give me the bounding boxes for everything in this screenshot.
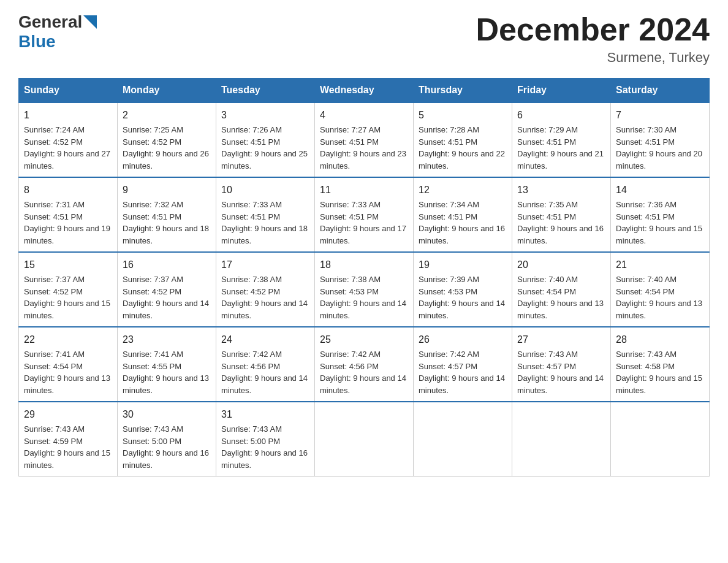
day-number: 6 (517, 108, 605, 123)
calendar-cell: 16 Sunrise: 7:37 AMSunset: 4:52 PMDaylig… (118, 252, 216, 327)
calendar-cell: 23 Sunrise: 7:41 AMSunset: 4:55 PMDaylig… (118, 327, 216, 402)
day-info: Sunrise: 7:33 AMSunset: 4:51 PMDaylight:… (221, 200, 308, 245)
day-number: 29 (24, 407, 112, 422)
day-number: 9 (123, 183, 211, 197)
calendar-cell (512, 402, 611, 477)
day-number: 23 (123, 332, 211, 347)
day-info: Sunrise: 7:29 AMSunset: 4:51 PMDaylight:… (517, 125, 604, 170)
day-info: Sunrise: 7:40 AMSunset: 4:54 PMDaylight:… (616, 275, 702, 320)
day-info: Sunrise: 7:39 AMSunset: 4:53 PMDaylight:… (419, 275, 505, 320)
day-number: 21 (616, 258, 704, 272)
calendar-cell: 22 Sunrise: 7:41 AMSunset: 4:54 PMDaylig… (19, 327, 118, 402)
month-title: December 2024 (476, 12, 710, 47)
day-number: 19 (419, 258, 507, 272)
day-number: 20 (517, 258, 605, 272)
day-number: 7 (616, 108, 704, 123)
day-info: Sunrise: 7:34 AMSunset: 4:51 PMDaylight:… (419, 200, 505, 245)
calendar-cell: 24 Sunrise: 7:42 AMSunset: 4:56 PMDaylig… (216, 327, 315, 402)
calendar-body: 1 Sunrise: 7:24 AMSunset: 4:52 PMDayligh… (19, 102, 710, 477)
calendar-week-row: 8 Sunrise: 7:31 AMSunset: 4:51 PMDayligh… (19, 177, 710, 252)
calendar-cell: 11 Sunrise: 7:33 AMSunset: 4:51 PMDaylig… (315, 177, 414, 252)
calendar-cell: 30 Sunrise: 7:43 AMSunset: 5:00 PMDaylig… (118, 402, 216, 477)
day-number: 31 (221, 407, 309, 422)
day-info: Sunrise: 7:41 AMSunset: 4:55 PMDaylight:… (123, 350, 209, 395)
day-info: Sunrise: 7:31 AMSunset: 4:51 PMDaylight:… (24, 200, 110, 245)
calendar-cell: 14 Sunrise: 7:36 AMSunset: 4:51 PMDaylig… (611, 177, 710, 252)
calendar-cell: 25 Sunrise: 7:42 AMSunset: 4:56 PMDaylig… (315, 327, 414, 402)
day-number: 5 (419, 108, 507, 123)
calendar-header: Sunday Monday Tuesday Wednesday Thursday… (19, 79, 710, 103)
calendar-cell: 4 Sunrise: 7:27 AMSunset: 4:51 PMDayligh… (315, 102, 414, 177)
calendar-cell: 20 Sunrise: 7:40 AMSunset: 4:54 PMDaylig… (512, 252, 611, 327)
day-number: 24 (221, 332, 309, 347)
logo-blue-text: Blue (18, 32, 56, 51)
calendar-cell: 17 Sunrise: 7:38 AMSunset: 4:52 PMDaylig… (216, 252, 315, 327)
svg-marker-0 (83, 15, 97, 29)
day-number: 1 (24, 108, 112, 123)
calendar-cell: 19 Sunrise: 7:39 AMSunset: 4:53 PMDaylig… (414, 252, 512, 327)
day-info: Sunrise: 7:42 AMSunset: 4:57 PMDaylight:… (419, 350, 505, 395)
day-info: Sunrise: 7:36 AMSunset: 4:51 PMDaylight:… (616, 200, 702, 245)
location-text: Surmene, Turkey (476, 50, 710, 66)
title-block: December 2024 Surmene, Turkey (476, 12, 710, 66)
day-info: Sunrise: 7:26 AMSunset: 4:51 PMDaylight:… (221, 125, 308, 170)
day-info: Sunrise: 7:42 AMSunset: 4:56 PMDaylight:… (221, 350, 308, 395)
day-info: Sunrise: 7:33 AMSunset: 4:51 PMDaylight:… (320, 200, 406, 245)
day-number: 3 (221, 108, 309, 123)
day-info: Sunrise: 7:38 AMSunset: 4:52 PMDaylight:… (221, 275, 308, 320)
calendar-cell: 9 Sunrise: 7:32 AMSunset: 4:51 PMDayligh… (118, 177, 216, 252)
day-number: 12 (419, 183, 507, 197)
day-number: 30 (123, 407, 211, 422)
day-info: Sunrise: 7:24 AMSunset: 4:52 PMDaylight:… (24, 125, 110, 170)
col-wednesday: Wednesday (315, 79, 414, 103)
day-info: Sunrise: 7:41 AMSunset: 4:54 PMDaylight:… (24, 350, 110, 395)
calendar-cell: 31 Sunrise: 7:43 AMSunset: 5:00 PMDaylig… (216, 402, 315, 477)
calendar-cell: 28 Sunrise: 7:43 AMSunset: 4:58 PMDaylig… (611, 327, 710, 402)
calendar-cell: 12 Sunrise: 7:34 AMSunset: 4:51 PMDaylig… (414, 177, 512, 252)
calendar-cell: 5 Sunrise: 7:28 AMSunset: 4:51 PMDayligh… (414, 102, 512, 177)
day-info: Sunrise: 7:30 AMSunset: 4:51 PMDaylight:… (616, 125, 702, 170)
day-number: 16 (123, 258, 211, 272)
logo: General Blue (18, 12, 97, 52)
col-sunday: Sunday (19, 79, 118, 103)
day-info: Sunrise: 7:32 AMSunset: 4:51 PMDaylight:… (123, 200, 209, 245)
calendar-cell: 29 Sunrise: 7:43 AMSunset: 4:59 PMDaylig… (19, 402, 118, 477)
day-number: 27 (517, 332, 605, 347)
day-number: 17 (221, 258, 309, 272)
col-saturday: Saturday (611, 79, 710, 103)
day-number: 18 (320, 258, 408, 272)
day-info: Sunrise: 7:38 AMSunset: 4:53 PMDaylight:… (320, 275, 406, 320)
day-number: 26 (419, 332, 507, 347)
day-info: Sunrise: 7:42 AMSunset: 4:56 PMDaylight:… (320, 350, 406, 395)
day-number: 14 (616, 183, 704, 197)
calendar-cell: 21 Sunrise: 7:40 AMSunset: 4:54 PMDaylig… (611, 252, 710, 327)
calendar-week-row: 1 Sunrise: 7:24 AMSunset: 4:52 PMDayligh… (19, 102, 710, 177)
page-header: General Blue December 2024 Surmene, Turk… (18, 12, 710, 66)
calendar-cell (414, 402, 512, 477)
day-info: Sunrise: 7:43 AMSunset: 5:00 PMDaylight:… (221, 424, 308, 470)
day-info: Sunrise: 7:40 AMSunset: 4:54 PMDaylight:… (517, 275, 604, 320)
logo-general-text: General (18, 12, 82, 32)
calendar-cell: 2 Sunrise: 7:25 AMSunset: 4:52 PMDayligh… (118, 102, 216, 177)
calendar-cell: 27 Sunrise: 7:43 AMSunset: 4:57 PMDaylig… (512, 327, 611, 402)
calendar-cell: 10 Sunrise: 7:33 AMSunset: 4:51 PMDaylig… (216, 177, 315, 252)
calendar-cell: 3 Sunrise: 7:26 AMSunset: 4:51 PMDayligh… (216, 102, 315, 177)
day-info: Sunrise: 7:28 AMSunset: 4:51 PMDaylight:… (419, 125, 505, 170)
calendar-cell: 15 Sunrise: 7:37 AMSunset: 4:52 PMDaylig… (19, 252, 118, 327)
day-number: 8 (24, 183, 112, 197)
calendar-cell: 6 Sunrise: 7:29 AMSunset: 4:51 PMDayligh… (512, 102, 611, 177)
calendar-week-row: 15 Sunrise: 7:37 AMSunset: 4:52 PMDaylig… (19, 252, 710, 327)
calendar-cell: 7 Sunrise: 7:30 AMSunset: 4:51 PMDayligh… (611, 102, 710, 177)
day-info: Sunrise: 7:37 AMSunset: 4:52 PMDaylight:… (24, 275, 110, 320)
day-number: 4 (320, 108, 408, 123)
day-info: Sunrise: 7:37 AMSunset: 4:52 PMDaylight:… (123, 275, 209, 320)
calendar-cell: 13 Sunrise: 7:35 AMSunset: 4:51 PMDaylig… (512, 177, 611, 252)
calendar-cell (315, 402, 414, 477)
calendar-table: Sunday Monday Tuesday Wednesday Thursday… (18, 78, 710, 477)
day-number: 22 (24, 332, 112, 347)
day-info: Sunrise: 7:35 AMSunset: 4:51 PMDaylight:… (517, 200, 604, 245)
calendar-week-row: 29 Sunrise: 7:43 AMSunset: 4:59 PMDaylig… (19, 402, 710, 477)
day-number: 15 (24, 258, 112, 272)
calendar-cell: 8 Sunrise: 7:31 AMSunset: 4:51 PMDayligh… (19, 177, 118, 252)
col-thursday: Thursday (414, 79, 512, 103)
